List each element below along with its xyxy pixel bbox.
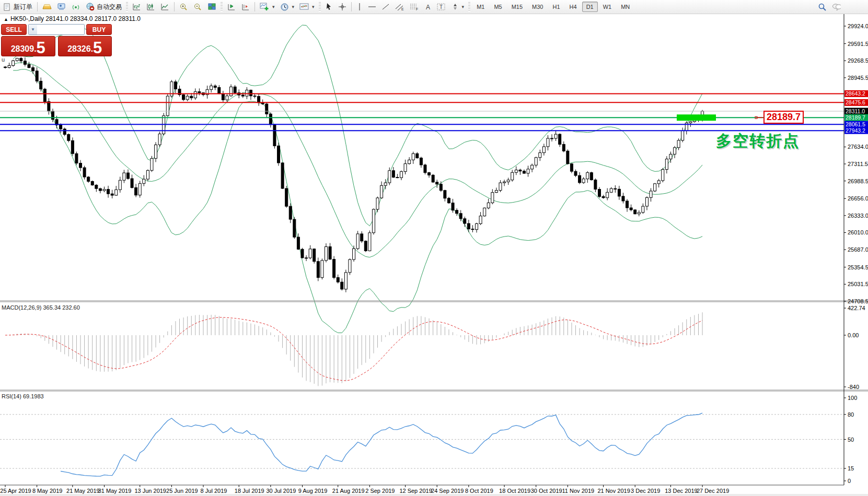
candle xyxy=(634,210,636,214)
text-icon[interactable]: A xyxy=(422,2,434,12)
candle xyxy=(67,135,70,141)
candle xyxy=(654,184,656,191)
candlestick-series xyxy=(4,57,704,292)
horizontal-line-icon[interactable] xyxy=(365,2,379,11)
sell-price-box[interactable]: 28309.5 xyxy=(1,36,55,56)
chart-shift-icon[interactable] xyxy=(238,2,252,12)
timeframe-MN[interactable]: MN xyxy=(617,2,634,12)
candle xyxy=(642,206,644,212)
candle xyxy=(412,153,414,160)
candlestick-chart-icon[interactable] xyxy=(144,2,158,12)
bar-chart-icon[interactable] xyxy=(130,2,144,12)
periods-icon[interactable]: ▾ xyxy=(277,2,297,13)
price-axis[interactable]: 29924.029591.529268.528945.527634.027311… xyxy=(844,23,868,484)
date-tick: 13 Dec 2019 xyxy=(665,488,697,494)
candle xyxy=(467,223,470,229)
candle xyxy=(570,164,573,171)
price-tick: 24708.5 xyxy=(848,298,868,304)
candle xyxy=(392,171,395,178)
candle xyxy=(131,179,133,187)
zoom-out-icon[interactable] xyxy=(191,2,205,12)
candle xyxy=(4,67,7,67)
buy-button[interactable]: BUY xyxy=(86,24,112,35)
rsi-tick: 15 xyxy=(848,465,854,471)
macd-tick: -840 xyxy=(848,384,859,390)
symbol-arrow-icon: ▲ xyxy=(4,17,8,22)
chart-canvas[interactable]: 29924.029591.529268.528945.527634.027311… xyxy=(0,0,868,496)
candle xyxy=(590,173,593,180)
candle xyxy=(471,229,474,230)
candle xyxy=(626,201,629,208)
timeframe-H1[interactable]: H1 xyxy=(549,2,564,12)
bollinger-lower-band xyxy=(13,69,702,333)
price-tick: 26333.0 xyxy=(848,212,868,219)
candle xyxy=(364,241,367,251)
date-tick: 18 Jul 2019 xyxy=(235,488,264,494)
rsi-pane xyxy=(0,413,844,476)
equidistant-channel-icon[interactable]: E xyxy=(392,2,407,12)
candle xyxy=(51,111,54,120)
timeframe-D1[interactable]: D1 xyxy=(582,2,598,12)
candle xyxy=(16,58,18,61)
candle xyxy=(372,209,375,233)
timeframe-M15[interactable]: M15 xyxy=(507,2,527,12)
signal-icon[interactable] xyxy=(69,2,83,12)
price-tick: 27634.0 xyxy=(848,144,868,150)
timeframe-H4[interactable]: H4 xyxy=(565,2,581,12)
timeframe-M30[interactable]: M30 xyxy=(528,2,547,12)
price-tick: 26656.0 xyxy=(848,195,868,202)
candle xyxy=(420,158,422,165)
text-label-icon[interactable]: T xyxy=(434,2,448,12)
candle xyxy=(158,134,161,145)
candle xyxy=(376,198,379,209)
bollinger-middle-band xyxy=(13,63,702,257)
timeframe-M5[interactable]: M5 xyxy=(490,2,506,12)
price-tick: 29591.5 xyxy=(848,41,868,47)
rsi-indicator-label: RSI(14) 69.1983 xyxy=(2,393,44,399)
zoom-in-icon[interactable] xyxy=(177,2,191,12)
svg-text:28643.2: 28643.2 xyxy=(846,90,865,97)
volume-input[interactable] xyxy=(37,25,85,34)
tile-windows-icon[interactable] xyxy=(205,2,219,12)
candle xyxy=(119,180,121,190)
date-tick: 31 May 2019 xyxy=(98,488,132,494)
indicators-icon[interactable]: ▾ xyxy=(257,2,277,13)
candle xyxy=(111,194,113,195)
candle xyxy=(400,172,403,178)
candle xyxy=(293,219,296,237)
date-tick: 9 Aug 2019 xyxy=(298,488,328,494)
level-price-callout[interactable]: 28189.7 xyxy=(763,111,804,124)
price-tick: 28945.5 xyxy=(848,75,868,81)
templates-icon[interactable]: ▾ xyxy=(297,2,317,12)
chat-icon[interactable] xyxy=(832,3,841,11)
timeframe-M1[interactable]: M1 xyxy=(472,2,489,12)
date-axis[interactable]: 25 Apr 20198 May 201921 May 201931 May 2… xyxy=(0,485,729,494)
line-chart-icon[interactable] xyxy=(158,2,172,12)
buy-price-box[interactable]: 28326.5 xyxy=(58,36,112,56)
timeframe-W1[interactable]: W1 xyxy=(599,2,616,12)
crosshair-icon[interactable] xyxy=(335,2,349,12)
candle xyxy=(8,66,10,68)
terminal-icon[interactable] xyxy=(54,2,69,12)
vertical-line-icon[interactable] xyxy=(354,2,365,12)
candle xyxy=(566,151,569,164)
date-tick: 8 Jul 2019 xyxy=(201,488,227,494)
arrows-icon[interactable]: ▾ xyxy=(448,2,467,12)
cursor-icon[interactable] xyxy=(322,2,335,12)
svg-text:28311.0: 28311.0 xyxy=(846,108,865,114)
autotrading-button[interactable]: 自动交易 xyxy=(83,2,124,13)
candle xyxy=(281,163,284,188)
highlight-zone[interactable] xyxy=(677,114,716,121)
candle xyxy=(353,249,355,259)
sell-button[interactable]: SELL xyxy=(1,24,27,35)
volume-decrease-button[interactable]: ▼ xyxy=(29,25,37,34)
svg-text:28189.7: 28189.7 xyxy=(846,114,865,121)
gold-icon[interactable] xyxy=(40,2,54,11)
candle xyxy=(408,160,411,163)
new-order-button[interactable]: 新订单 xyxy=(0,2,35,13)
fibonacci-icon[interactable]: F xyxy=(407,2,422,12)
trendline-icon[interactable] xyxy=(379,2,392,12)
search-icon[interactable] xyxy=(818,3,827,11)
auto-scroll-icon[interactable] xyxy=(224,2,238,12)
rsi-tick: 100 xyxy=(848,395,857,401)
